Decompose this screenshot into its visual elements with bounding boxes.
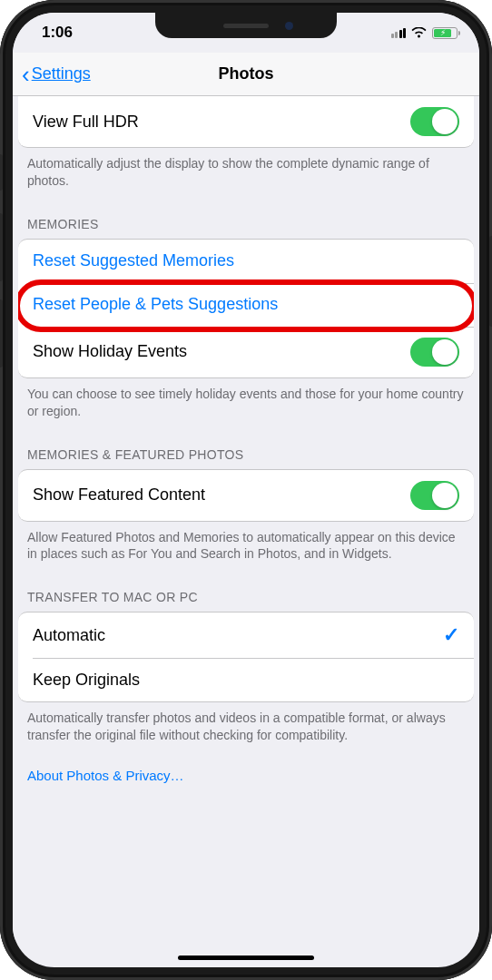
side-button (0, 154, 3, 191)
about-photos-privacy-link[interactable]: About Photos & Privacy… (13, 750, 479, 810)
transfer-group: Automatic ✓ Keep Originals (18, 612, 474, 702)
notch (155, 13, 337, 38)
hdr-footer: Automatically adjust the display to show… (13, 148, 479, 195)
show-featured-content-row[interactable]: Show Featured Content (18, 470, 474, 521)
reset-people-pets-row[interactable]: Reset People & Pets Suggestions (18, 283, 474, 327)
status-time: 1:06 (42, 24, 73, 42)
view-full-hdr-row[interactable]: View Full HDR (18, 96, 474, 147)
holiday-toggle[interactable] (410, 338, 459, 367)
checkmark-icon: ✓ (443, 623, 459, 647)
cell-label: Reset People & Pets Suggestions (33, 295, 278, 314)
featured-group: Show Featured Content (18, 469, 474, 522)
cell-label: View Full HDR (33, 113, 139, 132)
featured-footer: Allow Featured Photos and Memories to au… (13, 522, 479, 569)
charging-icon: ⚡︎ (440, 29, 446, 37)
cell-label: Show Holiday Events (33, 342, 187, 361)
side-button (0, 213, 3, 281)
chevron-left-icon: ‹ (22, 63, 30, 86)
status-icons: ⚡︎ (391, 27, 458, 39)
screen: 1:06 ⚡︎ ‹ Settings Photos (13, 13, 479, 967)
settings-content[interactable]: View Full HDR Automatically adjust the d… (13, 96, 479, 940)
memories-header: MEMORIES (13, 195, 479, 239)
memories-footer: You can choose to see timely holiday eve… (13, 378, 479, 426)
memories-group: Reset Suggested Memories Reset People & … (18, 239, 474, 378)
page-title: Photos (219, 64, 274, 83)
home-indicator[interactable] (178, 956, 314, 960)
side-button (0, 299, 3, 368)
cellular-icon (391, 28, 407, 38)
featured-header: MEMORIES & FEATURED PHOTOS (13, 426, 479, 469)
cell-label: Automatic (33, 626, 105, 645)
battery-icon: ⚡︎ (432, 27, 458, 39)
hdr-group: View Full HDR (18, 96, 474, 148)
transfer-footer: Automatically transfer photos and videos… (13, 702, 479, 750)
back-label: Settings (32, 64, 91, 83)
phone-frame: 1:06 ⚡︎ ‹ Settings Photos (0, 0, 492, 980)
hdr-toggle[interactable] (410, 107, 459, 136)
transfer-keep-originals-row[interactable]: Keep Originals (18, 658, 474, 701)
show-holiday-events-row[interactable]: Show Holiday Events (18, 327, 474, 377)
back-button[interactable]: ‹ Settings (22, 63, 91, 86)
transfer-automatic-row[interactable]: Automatic ✓ (18, 612, 474, 658)
navigation-bar: ‹ Settings Photos (13, 53, 479, 96)
featured-toggle[interactable] (410, 481, 459, 510)
transfer-header: TRANSFER TO MAC OR PC (13, 568, 479, 612)
reset-suggested-memories-row[interactable]: Reset Suggested Memories (18, 240, 474, 283)
wifi-icon (411, 27, 427, 38)
cell-label: Reset Suggested Memories (33, 251, 234, 270)
cell-label: Keep Originals (33, 671, 140, 690)
cell-label: Show Featured Content (33, 485, 205, 505)
